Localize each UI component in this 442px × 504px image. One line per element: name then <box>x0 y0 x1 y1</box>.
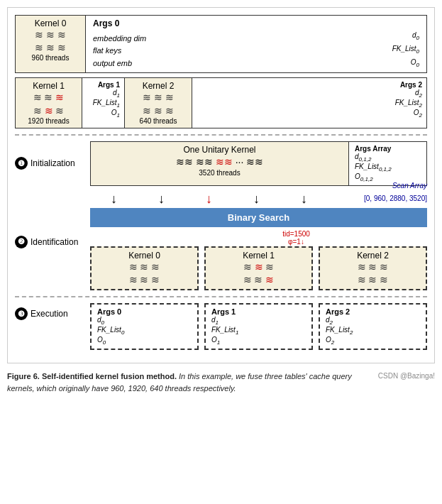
init-number: ❶ <box>15 157 28 170</box>
args0-box: Args 0 embedding dim flat keys output em… <box>86 15 427 73</box>
initialization-content: One Unitary Kernel ≋≋ ≋≋ ≋≋ ··· ≋≋ 3520 … <box>90 141 427 186</box>
args-array-title: Args Array <box>355 145 421 153</box>
execution-section: ❸ Execution Args 0 d0 FK_List0 O0 Args 1… <box>15 303 427 350</box>
arrow1: ↓ <box>111 192 117 207</box>
exec-arg1-title: Args 1 <box>211 307 306 316</box>
scan-array-vals: [0, 960, 2880, 3520] <box>364 195 427 202</box>
arrow4: ↓ <box>253 192 260 207</box>
id-kernels: Kernel 0 ≋ ≋ ≋≋ ≋ ≋ Kernel 1 ≋ ≋ ≋≋ ≋ ≋ … <box>90 246 427 290</box>
arrow2: ↓ <box>158 192 165 207</box>
args2-box: Args 2 d2 FK_List2 O2 <box>192 77 427 128</box>
id-kernel2: Kernel 2 ≋ ≋ ≋≋ ≋ ≋ <box>319 246 427 290</box>
exec-arg2: Args 2 d2 FK_List2 O2 <box>319 303 427 350</box>
row1: Kernel 0 ≋ ≋ ≋≋ ≋ ≋ 960 threads Args 0 e… <box>15 15 427 73</box>
phi-text: φ=1 <box>288 238 301 246</box>
kernel1-title: Kernel 1 <box>20 81 77 91</box>
id-kernel0: Kernel 0 ≋ ≋ ≋≋ ≋ ≋ <box>90 246 199 290</box>
execution-content: Args 0 d0 FK_List0 O0 Args 1 d1 FK_List1… <box>90 303 427 350</box>
kernel2-threads: 640 threads <box>129 117 187 125</box>
args0-left: embedding dim flat keys output emb <box>93 33 146 70</box>
id-kernel2-title: Kernel 2 <box>324 251 421 261</box>
identification-content: tid=1500 φ=1↓ Kernel 0 ≋ ≋ ≋≋ ≋ ≋ Kernel… <box>90 230 427 290</box>
divider1 <box>15 134 427 136</box>
unitary-title: One Unitary Kernel <box>95 145 344 155</box>
args-array-box: Args Array d0,1,2 FK_List0,1,2 O0,1,2 <box>349 141 427 186</box>
exec-text: Execution <box>31 309 68 319</box>
kernel0-waves: ≋ ≋ ≋≋ ≋ ≋ <box>21 28 79 54</box>
id-text: Identification <box>31 237 78 247</box>
watermark: CSDN @Bazinga! <box>378 371 435 381</box>
arrow5: ↓ <box>301 192 307 207</box>
init-text: Initialization <box>31 158 75 168</box>
caption-bold: Figure 6. Self-identified kernel fusion … <box>7 372 177 380</box>
row2: Kernel 1 ≋ ≋ ≋≋ ≋ ≋ 1920 threads Args 1 … <box>15 77 427 128</box>
exec-args: Args 0 d0 FK_List0 O0 Args 1 d1 FK_List1… <box>90 303 427 350</box>
kernel0-title: Kernel 0 <box>21 18 79 28</box>
kernel1-waves: ≋ ≋ ≋≋ ≋ ≋ <box>20 91 77 116</box>
args0-right: d0 FK_List0 O0 <box>392 30 419 70</box>
divider2 <box>15 296 427 297</box>
id-kernel2-waves: ≋ ≋ ≋≋ ≋ ≋ <box>324 261 421 286</box>
kernel1-box: Kernel 1 ≋ ≋ ≋≋ ≋ ≋ 1920 threads <box>15 77 82 128</box>
tid-label: tid=1500 φ=1↓ <box>165 230 427 246</box>
arrow3-red: ↓ <box>206 192 212 207</box>
exec-arg1: Args 1 d1 FK_List1 O1 <box>204 303 313 350</box>
kernel0-box: Kernel 0 ≋ ≋ ≋≋ ≋ ≋ 960 threads <box>15 15 86 73</box>
id-kernel0-title: Kernel 0 <box>96 251 193 261</box>
arrows-scan-section: Scan Array [0, 960, 2880, 3520] ↓ ↓ ↓ ↓ … <box>90 192 427 207</box>
binary-search-box: Binary Search <box>90 208 427 227</box>
initialization-section: ❶ Initialization One Unitary Kernel ≋≋ ≋… <box>15 141 427 186</box>
initialization-label: ❶ Initialization <box>15 157 86 170</box>
kernel1-threads: 1920 threads <box>20 117 77 125</box>
identification-label: ❷ Identification <box>15 236 86 248</box>
args0-title: Args 0 <box>93 18 419 28</box>
args1-box: Args 1 d1 FK_List1 O1 <box>82 77 125 128</box>
exec-arg0: Args 0 d0 FK_List0 O0 <box>90 303 199 350</box>
tid-text: tid=1500 <box>282 230 310 238</box>
exec-number: ❸ <box>15 307 28 320</box>
id-kernel0-waves: ≋ ≋ ≋≋ ≋ ≋ <box>96 261 193 286</box>
kernel0-threads: 960 threads <box>21 54 79 62</box>
id-kernel1-title: Kernel 1 <box>210 251 307 261</box>
scan-array-label: Scan Array <box>392 182 427 190</box>
binary-search-label: Binary Search <box>228 212 289 223</box>
unitary-box: One Unitary Kernel ≋≋ ≋≋ ≋≋ ··· ≋≋ 3520 … <box>90 141 349 186</box>
kernel2-box: Kernel 2 ≋ ≋ ≋≋ ≋ ≋ 640 threads <box>125 77 192 128</box>
args0-content: embedding dim flat keys output emb d0 FK… <box>93 30 419 70</box>
exec-arg2-title: Args 2 <box>326 307 420 316</box>
exec-arg0-title: Args 0 <box>97 307 192 316</box>
kernel2-waves: ≋ ≋ ≋≋ ≋ ≋ <box>129 91 187 116</box>
args1-title: Args 1 <box>87 81 120 89</box>
id-kernel1-waves: ≋ ≋ ≋≋ ≋ ≋ <box>210 261 307 286</box>
id-kernel1: Kernel 1 ≋ ≋ ≋≋ ≋ ≋ <box>204 246 313 290</box>
unitary-threads: 3520 threads <box>95 169 344 177</box>
id-number: ❷ <box>15 236 28 248</box>
unitary-wrapper: One Unitary Kernel ≋≋ ≋≋ ≋≋ ··· ≋≋ 3520 … <box>90 141 427 186</box>
args2-title: Args 2 <box>197 81 422 89</box>
main-diagram: Kernel 0 ≋ ≋ ≋≋ ≋ ≋ 960 threads Args 0 e… <box>7 7 435 363</box>
kernel2-title: Kernel 2 <box>129 81 187 91</box>
unitary-waves: ≋≋ ≋≋ ≋≋ ··· ≋≋ <box>95 156 344 168</box>
identification-section: ❷ Identification tid=1500 φ=1↓ Kernel 0 … <box>15 230 427 290</box>
caption: CSDN @Bazinga! Figure 6. Self-identified… <box>7 371 435 394</box>
execution-label: ❸ Execution <box>15 307 86 320</box>
